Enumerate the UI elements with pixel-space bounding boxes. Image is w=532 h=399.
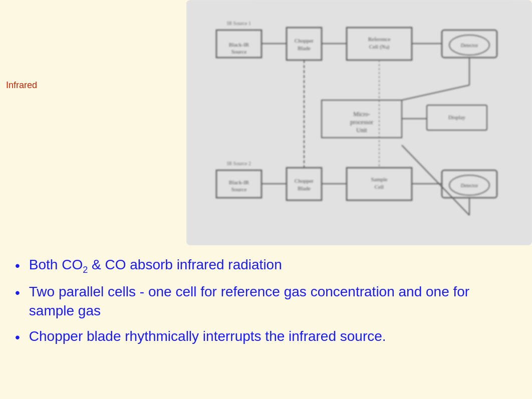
svg-text:Display: Display	[448, 114, 466, 120]
bullet-text-1: Both CO2 & CO absorb infrared radiation	[29, 255, 517, 274]
svg-text:Unit: Unit	[356, 127, 367, 134]
svg-text:Blade: Blade	[298, 185, 311, 191]
svg-text:Black-IR: Black-IR	[229, 42, 249, 48]
diagram-svg: Black-IR Source Chopper Blade Reference …	[186, 0, 532, 245]
svg-text:Cell (N₂): Cell (N₂)	[369, 44, 390, 50]
list-item: • Two parallel cells - one cell for refe…	[15, 282, 517, 320]
bullet-dot: •	[15, 283, 20, 302]
bullet-list: • Both CO2 & CO absorb infrared radiatio…	[15, 255, 517, 347]
svg-text:Detector: Detector	[461, 43, 478, 48]
svg-text:Sample: Sample	[371, 176, 388, 182]
bullet-dot: •	[15, 256, 20, 275]
diagram-area: Black-IR Source Chopper Blade Reference …	[186, 0, 532, 245]
slide-container: Black-IR Source Chopper Blade Reference …	[0, 0, 532, 399]
bullet-text-3: Chopper blade rhythmically interrupts th…	[29, 327, 517, 346]
infrared-label: Infrared	[6, 80, 37, 91]
list-item: • Both CO2 & CO absorb infrared radiatio…	[15, 255, 517, 275]
svg-text:Cell: Cell	[375, 184, 384, 190]
svg-text:Source: Source	[231, 186, 247, 192]
svg-text:Blade: Blade	[298, 45, 311, 51]
svg-text:Reference: Reference	[368, 36, 391, 42]
svg-text:Source: Source	[231, 49, 247, 55]
list-item: • Chopper blade rhythmically interrupts …	[15, 327, 517, 347]
svg-text:Micro-: Micro-	[353, 111, 370, 118]
content-area: • Both CO2 & CO absorb infrared radiatio…	[0, 245, 532, 364]
bullet-dot: •	[15, 328, 20, 347]
svg-text:Chopper: Chopper	[295, 178, 314, 184]
svg-text:Black-IR: Black-IR	[229, 179, 249, 185]
svg-text:IR Source 2: IR Source 2	[227, 161, 251, 166]
svg-text:Chopper: Chopper	[295, 38, 314, 44]
svg-text:Detector: Detector	[461, 183, 478, 188]
svg-text:IR Source 1: IR Source 1	[227, 21, 251, 26]
svg-text:processor: processor	[350, 119, 373, 126]
bullet-text-2: Two parallel cells - one cell for refere…	[29, 282, 517, 320]
